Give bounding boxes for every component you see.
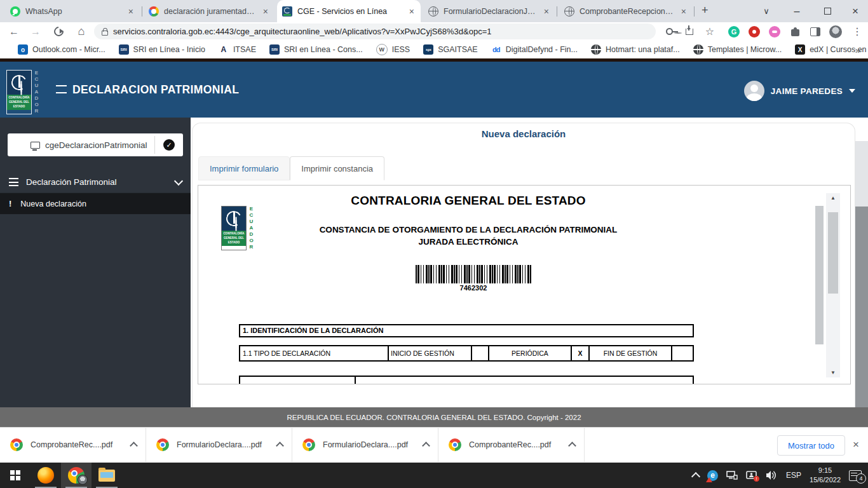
action-center-icon[interactable]: 4 — [849, 470, 862, 481]
sidebar-item-nueva-declaracion[interactable]: ! Nueva declaración — [0, 193, 191, 214]
app-selector[interactable]: cgeDeclaracionPatrimonial ✓ — [8, 133, 183, 156]
chevron-up-icon[interactable] — [130, 442, 138, 450]
address-bar[interactable]: servicios.contraloria.gob.ec:4443/cge_ar… — [94, 24, 656, 39]
bookmark-star-button[interactable]: ☆ — [700, 22, 719, 41]
bookmark-iess[interactable]: WIESS — [376, 44, 410, 55]
red-key-icon — [749, 26, 760, 37]
option-mark: X — [572, 346, 590, 360]
chrome-file-icon — [156, 438, 169, 451]
profile-button[interactable] — [826, 22, 845, 41]
browser-tab-whatsapp[interactable]: WhatsApp × — [5, 0, 140, 22]
show-all-downloads-button[interactable]: Mostrar todo — [777, 435, 845, 456]
monitor-icon — [31, 142, 40, 149]
bookmark-sgaitsae[interactable]: sgaSGAITSAE — [423, 44, 478, 55]
page-scrollbar-track[interactable] — [855, 207, 868, 407]
password-key-button[interactable] — [660, 22, 679, 41]
home-button[interactable]: ⌂ — [71, 22, 92, 41]
bookmark-sri-consultas[interactable]: SRISRI en Línea - Cons... — [269, 44, 363, 55]
chevron-up-icon[interactable] — [276, 442, 284, 450]
side-panel-button[interactable] — [806, 22, 825, 41]
bookmark-itsae[interactable]: AITSAE — [219, 44, 256, 55]
chevron-up-icon[interactable] — [568, 442, 576, 450]
user-menu[interactable]: JAIME PAREDES — [744, 81, 855, 101]
user-name: JAIME PAREDES — [771, 86, 843, 96]
divider — [154, 136, 155, 154]
tab-close-icon[interactable]: × — [543, 6, 550, 17]
tab-close-icon[interactable]: × — [408, 6, 416, 17]
window-close-button[interactable]: × — [844, 0, 867, 22]
clock[interactable]: 9:15 15/6/2022 — [810, 466, 841, 485]
bookmark-sri-inicio[interactable]: SRISRI en Línea - Inicio — [119, 44, 205, 55]
share-icon — [686, 29, 693, 35]
tab-title: declaración juramentada - Bu — [164, 7, 257, 16]
scrollbar-thumb[interactable] — [828, 212, 838, 294]
bookmark-outlook[interactable]: oOutlook.com - Micr... — [18, 44, 105, 55]
language-indicator[interactable]: ESP — [786, 471, 801, 480]
chrome-file-icon — [302, 438, 315, 451]
extension-cloud-button[interactable] — [765, 22, 784, 41]
document-scrollbar[interactable]: ▲ ▼ — [826, 193, 840, 377]
display-warning-tray-icon[interactable]: ! — [746, 471, 757, 480]
browser-tab-comprobante-pdf[interactable]: ComprobanteRecepcion0005 × — [559, 0, 693, 22]
window-minimize-button[interactable]: – — [785, 0, 808, 22]
chevron-up-icon[interactable] — [422, 442, 430, 450]
sidebar-menu-label: Declaración Patrimonial — [26, 177, 168, 187]
tab-imprimir-formulario[interactable]: Imprimir formulario — [198, 156, 290, 180]
extension-grammarly-button[interactable]: G — [724, 22, 743, 41]
bookmark-digitaldefynd[interactable]: ddDigitalDefynd - Fin... — [491, 44, 578, 55]
download-item-4[interactable]: ComprobanteRec....pdf — [438, 427, 585, 462]
chrome-menu-button[interactable]: ⋮ — [848, 22, 867, 41]
bookmark-hotmart[interactable]: Hotmart: una plataf... — [591, 44, 680, 55]
reload-icon — [51, 25, 65, 38]
reload-button[interactable] — [48, 22, 69, 41]
tab-close-icon[interactable]: × — [680, 6, 688, 17]
system-tray: e ! ESP 9:15 15/6/2022 4 — [693, 466, 868, 485]
chrome-profile-badge — [78, 475, 88, 485]
sidebar-item-declaracion-patrimonial[interactable]: Declaración Patrimonial — [0, 172, 191, 193]
tab-imprimir-constancia[interactable]: Imprimir constancia — [290, 156, 384, 180]
taskbar-firefox-button[interactable] — [31, 463, 61, 488]
tab-close-icon[interactable]: × — [262, 6, 269, 17]
forward-button[interactable]: → — [25, 22, 46, 41]
volume-tray-icon[interactable] — [766, 470, 778, 480]
download-filename: FormularioDeclara....pdf — [323, 440, 416, 449]
grammarly-icon: G — [728, 26, 740, 37]
share-button[interactable] — [680, 22, 699, 41]
taskbar-chrome-button[interactable] — [61, 463, 92, 488]
download-item-3[interactable]: FormularioDeclara....pdf — [292, 427, 438, 462]
browser-tab-google-search[interactable]: declaración juramentada - Bu × — [144, 0, 275, 22]
extension-lastpass-button[interactable] — [745, 22, 764, 41]
warning-badge: ! — [754, 476, 759, 482]
url-text[interactable]: servicios.contraloria.gob.ec:4443/cge_ar… — [113, 27, 491, 36]
outlook-icon: o — [18, 44, 28, 55]
bookmark-label: ITSAE — [233, 45, 256, 54]
bookmark-templates[interactable]: Templates | Microw... — [693, 44, 782, 55]
bookmarks-overflow-button[interactable]: » — [855, 41, 860, 58]
tab-search-chevron-icon[interactable]: ∨ — [755, 0, 778, 22]
start-button[interactable] — [0, 463, 31, 488]
taskbar-explorer-button[interactable] — [92, 463, 122, 488]
tab-separator — [142, 6, 142, 17]
back-button[interactable]: ← — [4, 22, 24, 41]
eset-tray-icon[interactable]: e — [707, 470, 718, 481]
download-filename: ComprobanteRec....pdf — [469, 440, 562, 449]
browser-tab-formulario-pdf[interactable]: FormularioDeclaracionJuram × — [423, 0, 555, 22]
chrome-file-icon — [10, 438, 23, 451]
window-restore-button[interactable] — [816, 0, 839, 22]
download-item-2[interactable]: FormularioDeclara....pdf — [146, 427, 292, 462]
scroll-up-icon[interactable]: ▲ — [826, 195, 840, 201]
scroll-down-icon[interactable]: ▼ — [826, 370, 840, 376]
inner-scrollbar-thumb[interactable] — [815, 206, 824, 344]
page-scrollbar-thumb[interactable] — [855, 141, 868, 207]
downloads-close-button[interactable]: × — [848, 435, 864, 454]
check-circle-icon[interactable]: ✓ — [163, 139, 175, 151]
time-text: 9:15 — [810, 466, 841, 475]
network-tray-icon[interactable] — [726, 470, 738, 480]
option-mark — [472, 346, 489, 360]
download-item-1[interactable]: ComprobanteRec....pdf — [0, 427, 146, 462]
tab-close-icon[interactable]: × — [127, 6, 135, 17]
extensions-menu-button[interactable] — [785, 22, 804, 41]
tray-expand-chevron-icon[interactable] — [691, 472, 700, 481]
new-tab-button[interactable]: + — [702, 4, 709, 17]
browser-tab-cge-active[interactable]: CGE - Servicios en Línea × — [277, 0, 421, 22]
